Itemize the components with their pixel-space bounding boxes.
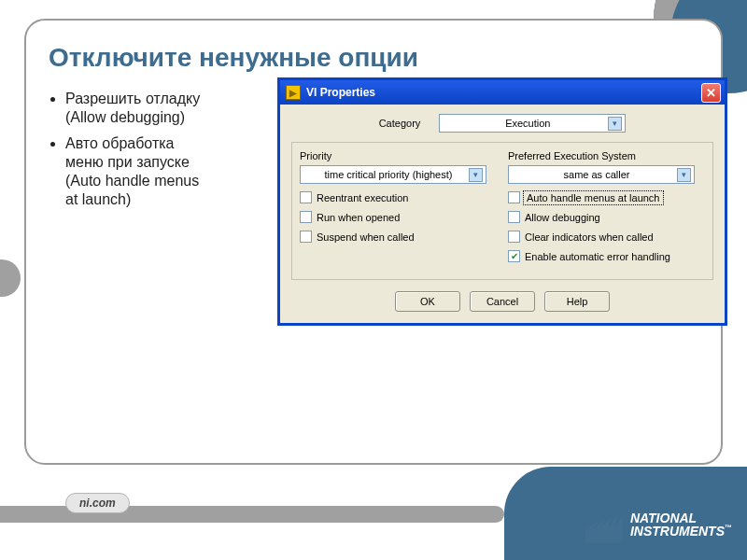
close-icon[interactable]: ✕ bbox=[701, 83, 721, 103]
priority-select[interactable]: time critical priority (highest) ▾ bbox=[300, 165, 486, 184]
titlebar[interactable]: ▶ VI Properties ✕ bbox=[280, 80, 725, 105]
window-title: VI Properties bbox=[306, 86, 375, 99]
chevron-down-icon: ▾ bbox=[677, 168, 691, 182]
pes-label: Preferred Execution System bbox=[508, 150, 705, 161]
chevron-down-icon: ▾ bbox=[608, 117, 622, 131]
category-label: Category bbox=[379, 118, 421, 129]
ok-button[interactable]: OK bbox=[395, 291, 460, 312]
site-pill: ni.com bbox=[65, 493, 130, 513]
bullet-list: Разрешить отладку (Allow debugging) Авто… bbox=[49, 90, 207, 217]
bullet-item: Авто обработка меню при запуске (Auto ha… bbox=[65, 134, 207, 209]
help-button[interactable]: Help bbox=[544, 291, 610, 312]
bullet-item: Разрешить отладку (Allow debugging) bbox=[65, 90, 207, 127]
checkbox-auto-menus[interactable] bbox=[508, 191, 520, 203]
pes-select[interactable]: same as caller ▾ bbox=[508, 165, 695, 184]
priority-label: Priority bbox=[300, 150, 497, 161]
execution-group: Priority time critical priority (highest… bbox=[291, 142, 713, 280]
checkbox-allow-debug[interactable] bbox=[508, 211, 520, 223]
brand-logo: NATIONAL INSTRUMENTS™ bbox=[585, 506, 732, 543]
app-icon: ▶ bbox=[286, 85, 301, 100]
eagle-icon bbox=[585, 506, 623, 543]
slide-title: Отключите ненужные опции bbox=[49, 43, 698, 73]
checkbox-run-opened[interactable] bbox=[300, 211, 312, 223]
chevron-down-icon: ▾ bbox=[469, 168, 483, 182]
vi-properties-dialog: ▶ VI Properties ✕ Category Execution ▾ P… bbox=[278, 78, 726, 325]
checkbox-auto-error[interactable]: ✔ bbox=[508, 250, 520, 262]
checkbox-reentrant[interactable] bbox=[300, 191, 312, 203]
checkbox-clear-ind[interactable] bbox=[508, 231, 520, 243]
checkbox-suspend[interactable] bbox=[300, 231, 312, 243]
category-select[interactable]: Execution ▾ bbox=[439, 114, 626, 133]
cancel-button[interactable]: Cancel bbox=[470, 291, 535, 312]
